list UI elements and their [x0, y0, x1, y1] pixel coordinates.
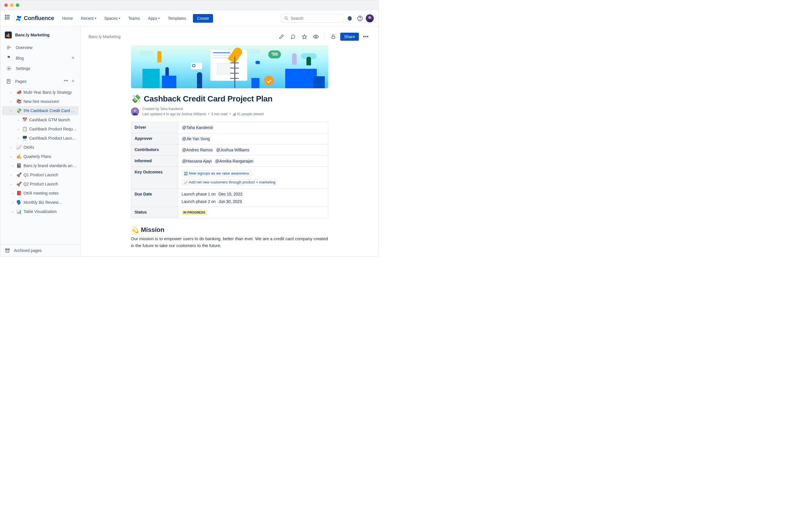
bullet-icon: •: [11, 165, 15, 167]
mention[interactable]: @Taha Kandemir: [182, 125, 214, 130]
tree-item[interactable]: ›📣Multi-Year Banc.ly Strategy: [2, 88, 78, 97]
page-emoji-icon: 📓: [16, 163, 22, 168]
mention[interactable]: @Hassana Ajayi: [182, 158, 212, 164]
search-input[interactable]: [291, 16, 341, 21]
tree-item[interactable]: ›🚀Q1 Product Launch: [2, 170, 78, 179]
mention[interactable]: @Andres Ramos: [182, 147, 213, 152]
window-close-button[interactable]: [4, 3, 8, 7]
nav-home[interactable]: Home: [59, 14, 76, 23]
tree-item[interactable]: ›🚀Q2 Product Launch: [2, 179, 78, 189]
page-byline: Created by Taha Kandemir Last updated 4 …: [131, 106, 328, 117]
space-icon: [5, 32, 12, 38]
date-chip[interactable]: Dec 15, 2022: [217, 191, 244, 197]
tree-item-label: Table Visualization: [23, 209, 77, 214]
more-icon[interactable]: •••: [64, 78, 68, 84]
svg-point-3: [360, 19, 360, 20]
tree-item[interactable]: ›💸5% Cashback Credit Card Pr...: [2, 106, 78, 115]
svg-point-9: [8, 68, 10, 69]
author-avatar[interactable]: [131, 108, 139, 115]
page-emoji-icon: 📚: [16, 99, 22, 104]
tree-item-label: Quarterly Plans: [23, 154, 77, 159]
edit-icon[interactable]: [277, 32, 286, 41]
nav-apps[interactable]: Apps▾: [145, 14, 164, 23]
tree-item-label: Q1 Product Launch: [23, 173, 77, 177]
add-icon[interactable]: +: [71, 55, 75, 61]
smart-link[interactable]: 🆕New signups as we raise awareness: [182, 170, 251, 176]
search-icon: [284, 16, 288, 21]
page-tree: ›📣Multi-Year Banc.ly Strategy›📚New hire …: [0, 88, 80, 244]
nav-spaces[interactable]: Spaces▾: [101, 14, 124, 23]
notifications-icon[interactable]: [345, 14, 354, 23]
breadcrumb[interactable]: Banc.ly Marketing: [89, 34, 275, 39]
page-emoji-icon: 📊: [16, 209, 22, 214]
chevron-down-icon: ▾: [158, 17, 160, 20]
brand-text: Confluence: [24, 15, 54, 21]
svg-line-1: [287, 19, 288, 20]
svg-point-0: [285, 17, 287, 19]
nav-teams[interactable]: Teams: [125, 14, 143, 23]
archived-pages[interactable]: Archived pages: [0, 244, 80, 256]
page-title: Cashback Credit Card Project Plan: [144, 94, 272, 103]
sidebar-pages-header[interactable]: Pages ••• +: [3, 76, 78, 87]
blog-icon: ❞: [6, 55, 12, 61]
tree-item-label: Cashback Product Launc...: [29, 136, 77, 140]
tree-item[interactable]: ›✍️Quarterly Plans: [2, 152, 78, 161]
add-page-icon[interactable]: +: [71, 78, 75, 84]
nav-recent[interactable]: Recent▾: [77, 14, 99, 23]
bullet-icon: •: [16, 128, 20, 130]
window-maximize-button[interactable]: [16, 3, 19, 7]
tree-item[interactable]: •📓Banc.ly brand standards and...: [2, 161, 78, 170]
bullet-icon: •: [16, 119, 20, 121]
hero-image: [131, 45, 328, 88]
help-icon[interactable]: [356, 14, 365, 23]
page-emoji-icon: 🚀: [16, 182, 22, 187]
smart-link[interactable]: 📈Add net new customers through product +…: [182, 179, 278, 185]
date-chip[interactable]: Jun 30, 2023: [217, 198, 244, 204]
tree-item-label: 5% Cashback Credit Card Pr...: [23, 108, 77, 113]
search-box[interactable]: [281, 14, 344, 23]
tree-item[interactable]: •🖥️Cashback Product Launc...: [2, 134, 78, 143]
tree-item[interactable]: •📅Cashback GTM launch: [2, 115, 78, 125]
main-content: Banc.ly Marketing Share •••: [80, 26, 378, 256]
tree-item-label: Q2 Product Launch: [23, 182, 77, 186]
tree-item-label: Cashback Product Requir...: [29, 127, 77, 131]
star-icon[interactable]: [300, 32, 309, 41]
space-header[interactable]: Banc.ly Marketing: [0, 26, 80, 41]
space-name: Banc.ly Marketing: [15, 33, 50, 37]
tree-item[interactable]: •📕OKR meeting notes: [2, 189, 78, 198]
confluence-brand[interactable]: Confluence: [15, 15, 54, 22]
sidebar-overview[interactable]: Overview: [3, 42, 78, 53]
tree-item[interactable]: ›📈OKRs: [2, 143, 78, 152]
sidebar-blog[interactable]: ❞ Blog +: [3, 53, 78, 63]
sidebar-settings[interactable]: Settings: [3, 63, 78, 74]
user-avatar[interactable]: [366, 14, 374, 22]
tree-item[interactable]: •📊Table Visualization: [2, 207, 78, 216]
page-emoji-icon: ✍️: [16, 154, 22, 159]
create-button[interactable]: Create: [193, 14, 213, 23]
analytics-icon: [232, 113, 236, 116]
mention[interactable]: @Annika Rangarajan: [214, 158, 254, 164]
mention[interactable]: @Joshua Williams: [215, 147, 250, 152]
status-badge: IN PROGRESS: [182, 210, 207, 215]
comment-icon[interactable]: [288, 32, 298, 41]
app-switcher-icon[interactable]: [5, 15, 12, 22]
page-emoji-icon: 🖥️: [22, 136, 27, 141]
pages-icon: [6, 79, 11, 84]
chevron-right-icon: ›: [11, 183, 15, 186]
tree-item[interactable]: ›📚New hire resources!: [2, 97, 78, 106]
restrictions-icon[interactable]: [329, 32, 338, 41]
tree-item-label: Banc.ly brand standards and...: [23, 164, 77, 168]
tree-item[interactable]: •🗣️Monthly Biz Review...: [2, 198, 78, 207]
watch-icon[interactable]: [311, 32, 320, 41]
mention[interactable]: @Jie Yan Song: [182, 136, 210, 141]
chevron-down-icon: ▾: [119, 17, 120, 20]
tree-item[interactable]: •📋Cashback Product Requir...: [2, 125, 78, 134]
bullet-icon: •: [16, 137, 20, 139]
svg-point-17: [315, 36, 317, 38]
share-button[interactable]: Share: [340, 33, 359, 41]
page-emoji-icon: 🗣️: [16, 200, 22, 205]
more-actions-icon[interactable]: •••: [361, 32, 370, 41]
window-minimize-button[interactable]: [10, 3, 14, 7]
nav-templates[interactable]: Templates: [164, 14, 189, 23]
mission-heading: 💫 Mission: [131, 226, 328, 234]
